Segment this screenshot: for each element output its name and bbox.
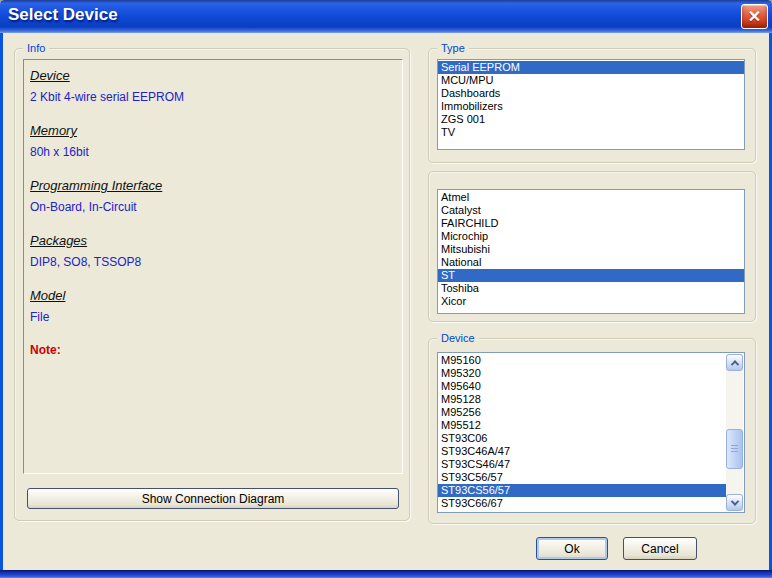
list-item[interactable]: Xicor xyxy=(438,295,744,308)
list-item[interactable]: Atmel xyxy=(438,191,744,204)
list-item[interactable]: Catalyst xyxy=(438,204,744,217)
type-listbox[interactable]: Serial EEPROMMCU/MPUDashboardsImmobilize… xyxy=(437,59,745,150)
list-item[interactable]: ST93C06 xyxy=(438,432,726,445)
note-label: Note: xyxy=(30,343,394,357)
close-button[interactable]: ✕ xyxy=(741,4,768,29)
info-field-label: Packages xyxy=(30,233,394,248)
ok-button[interactable]: Ok xyxy=(536,537,608,560)
device-list-scrollbar[interactable] xyxy=(726,354,743,511)
window-border-bottom xyxy=(0,570,772,578)
info-field-value: DIP8, SO8, TSSOP8 xyxy=(30,255,394,269)
list-item[interactable]: Dashboards xyxy=(438,87,744,100)
cancel-button[interactable]: Cancel xyxy=(623,537,697,560)
info-field-value: File xyxy=(30,310,394,324)
info-field-value: 80h x 16bit xyxy=(30,145,394,159)
window-border-left xyxy=(0,33,3,578)
list-item[interactable]: M95128 xyxy=(438,393,726,406)
list-item[interactable]: ST93CS46/47 xyxy=(438,458,726,471)
chevron-up-icon xyxy=(730,360,738,368)
scroll-up-button[interactable] xyxy=(726,354,743,371)
scroll-down-button[interactable] xyxy=(726,494,743,511)
manufacturer-list-items: AtmelCatalystFAIRCHILDMicrochipMitsubish… xyxy=(438,191,744,313)
info-field-value: 2 Kbit 4-wire serial EEPROM xyxy=(30,90,394,104)
info-field-label: Memory xyxy=(30,123,394,138)
device-group: Device M95160M95320M95640M95128M95256M95… xyxy=(428,338,756,524)
list-item[interactable]: ST93C46A/47 xyxy=(438,445,726,458)
info-field-value: On-Board, In-Circuit xyxy=(30,200,394,214)
info-group: Info Device 2 Kbit 4-wire serial EEPROM … xyxy=(14,48,410,521)
type-list-items: Serial EEPROMMCU/MPUDashboardsImmobilize… xyxy=(438,61,744,149)
manufacturer-group: AtmelCatalystFAIRCHILDMicrochipMitsubish… xyxy=(428,171,756,322)
list-item[interactable]: M95640 xyxy=(438,380,726,393)
manufacturer-listbox[interactable]: AtmelCatalystFAIRCHILDMicrochipMitsubish… xyxy=(437,189,745,314)
chevron-down-icon xyxy=(730,497,738,505)
list-item[interactable]: M95320 xyxy=(438,367,726,380)
device-listbox[interactable]: M95160M95320M95640M95128M95256M95512ST93… xyxy=(437,352,745,513)
list-item[interactable]: ZGS 001 xyxy=(438,113,744,126)
info-field-model: Model File xyxy=(30,288,394,324)
info-field-packages: Packages DIP8, SO8, TSSOP8 xyxy=(30,233,394,269)
info-field-programming-interface: Programming Interface On-Board, In-Circu… xyxy=(30,178,394,214)
close-icon: ✕ xyxy=(748,9,761,25)
device-group-label: Device xyxy=(437,332,479,345)
list-item[interactable]: ST93C56/57 xyxy=(438,471,726,484)
list-item[interactable]: Microchip xyxy=(438,230,744,243)
info-panel: Device 2 Kbit 4-wire serial EEPROM Memor… xyxy=(23,59,403,474)
info-field-label: Device xyxy=(30,68,394,83)
list-item[interactable]: TV xyxy=(438,126,744,139)
list-item[interactable]: Immobilizers xyxy=(438,100,744,113)
titlebar[interactable]: Select Device ✕ xyxy=(0,0,772,33)
info-group-label: Info xyxy=(23,42,49,55)
list-item[interactable]: FAIRCHILD xyxy=(438,217,744,230)
info-field-label: Model xyxy=(30,288,394,303)
show-connection-diagram-button[interactable]: Show Connection Diagram xyxy=(27,488,399,509)
info-field-label: Programming Interface xyxy=(30,178,394,193)
device-list-items: M95160M95320M95640M95128M95256M95512ST93… xyxy=(438,354,726,512)
select-device-dialog: Select Device ✕ Info Device 2 Kbit 4-wir… xyxy=(0,0,772,578)
list-item[interactable]: M95512 xyxy=(438,419,726,432)
list-item[interactable]: M95256 xyxy=(438,406,726,419)
list-item[interactable]: ST93CS66/67 xyxy=(438,510,726,513)
info-field-memory: Memory 80h x 16bit xyxy=(30,123,394,159)
list-item[interactable]: MCU/MPU xyxy=(438,74,744,87)
list-item[interactable]: M95160 xyxy=(438,354,726,367)
type-group-label: Type xyxy=(437,42,469,55)
list-item[interactable]: ST xyxy=(438,269,744,282)
list-item[interactable]: National xyxy=(438,256,744,269)
info-field-device: Device 2 Kbit 4-wire serial EEPROM xyxy=(30,68,394,104)
list-item[interactable]: Toshiba xyxy=(438,282,744,295)
list-item[interactable]: ST93CS56/57 xyxy=(438,484,726,497)
list-item[interactable]: Mitsubishi xyxy=(438,243,744,256)
type-group: Type Serial EEPROMMCU/MPUDashboardsImmob… xyxy=(428,48,756,163)
list-item[interactable]: ST93C66/67 xyxy=(438,497,726,510)
scrollbar-thumb[interactable] xyxy=(726,429,743,469)
window-title: Select Device xyxy=(8,5,118,25)
list-item[interactable]: Serial EEPROM xyxy=(438,61,744,74)
